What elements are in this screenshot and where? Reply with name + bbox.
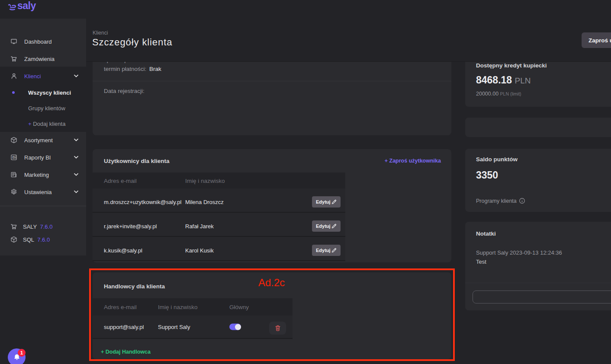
svg-text:Bi: Bi — [12, 155, 16, 160]
